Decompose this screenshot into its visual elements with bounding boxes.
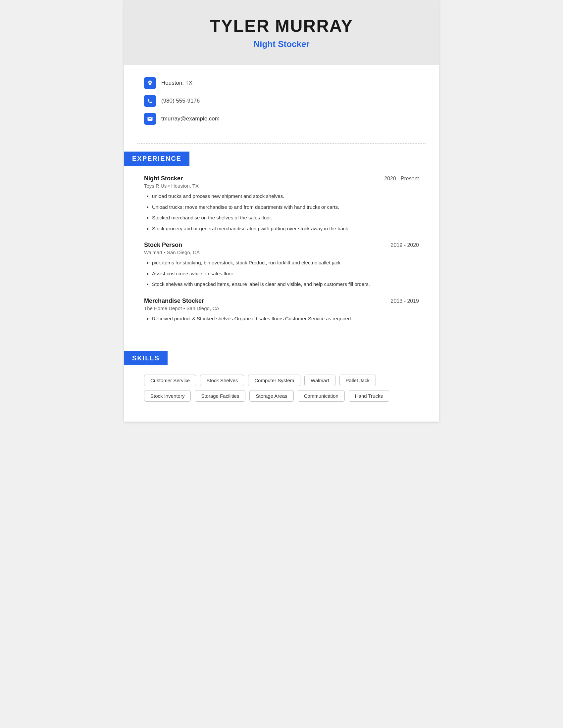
skill-tag: Stock Inventory <box>144 390 191 402</box>
skill-tag: Stock Shelves <box>200 375 244 386</box>
job-dates-1: 2020 - Present <box>384 176 419 182</box>
job-header-row-1: Night Stocker 2020 - Present <box>144 175 419 182</box>
bullet-1-2: Unload trucks; move merchandise to and f… <box>152 204 419 211</box>
job-title-1: Night Stocker <box>144 175 183 182</box>
job-block-3: Merchandise Stocker 2013 - 2019 The Home… <box>144 297 419 323</box>
location-text: Houston, TX <box>161 80 192 86</box>
skill-tag: Pallet Jack <box>340 375 376 386</box>
contact-section: Houston, TX (980) 555-9176 tmurray@examp… <box>124 65 439 140</box>
divider-2 <box>137 343 426 343</box>
skills-tags: Customer ServiceStock ShelvesComputer Sy… <box>144 375 419 402</box>
email-icon <box>144 113 156 125</box>
job-company-1: Toys R Us • Houston, TX <box>144 183 419 189</box>
bullet-3-1: Received product & Stocked shelves Organ… <box>152 315 419 323</box>
job-dates-3: 2013 - 2019 <box>391 298 419 304</box>
job-company-3: The Home Depot • San Diego, CA <box>144 305 419 311</box>
contact-location: Houston, TX <box>144 77 419 89</box>
contact-phone: (980) 555-9176 <box>144 95 419 107</box>
skill-tag: Customer Service <box>144 375 196 386</box>
job-header-row-3: Merchandise Stocker 2013 - 2019 <box>144 297 419 304</box>
location-icon <box>144 77 156 89</box>
resume-container: TYLER MURRAY Night Stocker Houston, TX (… <box>124 0 439 422</box>
job-header-row-2: Stock Person 2019 - 2020 <box>144 242 419 249</box>
job-bullets-3: Received product & Stocked shelves Organ… <box>144 315 419 323</box>
resume-header: TYLER MURRAY Night Stocker <box>124 0 439 65</box>
job-bullets-2: pick items for stocking, bin overstock, … <box>144 259 419 288</box>
bullet-2-1: pick items for stocking, bin overstock, … <box>152 259 419 267</box>
skills-section: SKILLS Customer ServiceStock ShelvesComp… <box>124 351 439 422</box>
job-title-2: Stock Person <box>144 242 182 249</box>
bullet-1-3: Stocked merchandise on the shelves of th… <box>152 214 419 222</box>
phone-icon <box>144 95 156 107</box>
contact-email: tmurray@example.com <box>144 113 419 125</box>
skill-tag: Hand Trucks <box>349 390 389 402</box>
skill-tag: Communication <box>298 390 345 402</box>
job-company-2: Walmart • San Diego, CA <box>144 250 419 255</box>
phone-text: (980) 555-9176 <box>161 98 200 104</box>
skill-tag: Walmart <box>305 375 335 386</box>
experience-section: EXPERIENCE Night Stocker 2020 - Present … <box>124 152 439 340</box>
skills-header: SKILLS <box>124 351 167 365</box>
skill-tag: Storage Facilities <box>195 390 245 402</box>
job-title-3: Merchandise Stocker <box>144 297 204 304</box>
bullet-2-3: Stock shelves with unpacked items, ensur… <box>152 281 419 288</box>
bullet-2-2: Assist customers while on sales floor. <box>152 270 419 278</box>
divider-1 <box>137 143 426 144</box>
skill-tag: Storage Areas <box>249 390 294 402</box>
candidate-title: Night Stocker <box>137 39 426 49</box>
job-block-1: Night Stocker 2020 - Present Toys R Us •… <box>144 175 419 232</box>
candidate-name: TYLER MURRAY <box>137 16 426 36</box>
email-text: tmurray@example.com <box>161 115 219 122</box>
job-bullets-1: unload trucks and process new shipment a… <box>144 193 419 232</box>
skill-tag: Computer System <box>248 375 301 386</box>
bullet-1-1: unload trucks and process new shipment a… <box>152 193 419 200</box>
job-block-2: Stock Person 2019 - 2020 Walmart • San D… <box>144 242 419 288</box>
job-dates-2: 2019 - 2020 <box>391 242 419 248</box>
experience-header: EXPERIENCE <box>124 152 189 166</box>
bullet-1-4: Stock grocery and or general merchandise… <box>152 225 419 233</box>
